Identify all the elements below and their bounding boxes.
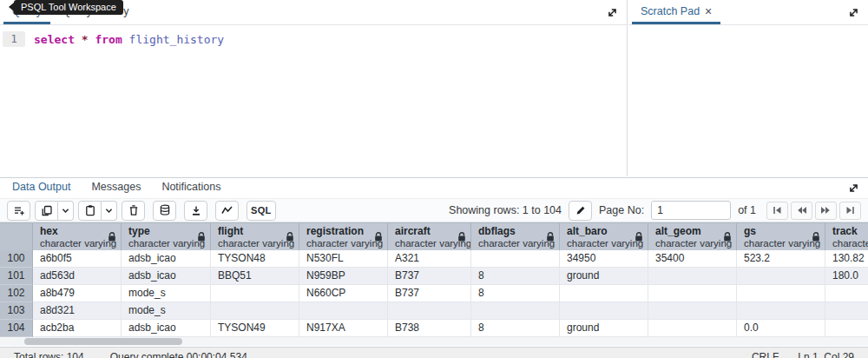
cell-flight[interactable]: TYSON49	[211, 320, 299, 337]
cell-alt_baro[interactable]: ground	[560, 320, 648, 337]
delete-row-button[interactable]	[122, 201, 145, 221]
cell-flight[interactable]	[211, 285, 299, 302]
cell-track[interactable]: 130.82	[825, 250, 868, 268]
lock-icon	[374, 232, 383, 242]
last-page-button[interactable]	[839, 202, 861, 220]
row-number[interactable]: 103	[0, 302, 33, 320]
row-number[interactable]: 101	[0, 268, 33, 285]
cell-hex[interactable]: ad563d	[33, 268, 122, 285]
cell-type[interactable]: adsb_icao	[122, 268, 211, 285]
table-row: 100a6b0f5adsb_icaoTYSON48N530FLA32134950…	[0, 250, 868, 268]
cell-alt_baro[interactable]: 34950	[560, 250, 648, 268]
cell-type[interactable]: mode_s	[122, 302, 211, 320]
expand-query-panel-button[interactable]	[605, 5, 620, 20]
cell-aircraft[interactable]: B738	[388, 320, 471, 337]
column-header-registration[interactable]: registrationcharacter varying	[299, 223, 388, 250]
column-header-gs[interactable]: gscharacter varying	[737, 223, 825, 250]
cell-flight[interactable]	[211, 302, 299, 320]
close-icon[interactable]: ×	[705, 6, 712, 17]
cell-track[interactable]: 180.0	[825, 268, 868, 285]
tab-notifications[interactable]: Notifications	[153, 178, 229, 198]
cell-registration[interactable]: N917XA	[299, 320, 388, 337]
column-header-aircraft[interactable]: aircraftcharacter varying	[388, 223, 471, 250]
cell-type[interactable]: mode_s	[122, 285, 211, 302]
cell-hex[interactable]: a6b0f5	[33, 250, 122, 268]
previous-page-button[interactable]	[791, 202, 812, 220]
column-header-hex[interactable]: hexcharacter varying	[33, 223, 122, 250]
copy-button[interactable]	[35, 201, 58, 221]
cell-dbflags[interactable]	[471, 250, 560, 268]
column-header-alt_geom[interactable]: alt_geomcharacter varying	[648, 223, 737, 250]
cell-aircraft[interactable]: B737	[388, 285, 471, 302]
cell-dbflags[interactable]: 8	[471, 285, 560, 302]
cell-alt_geom[interactable]	[648, 320, 737, 337]
cell-gs[interactable]	[737, 302, 825, 320]
cell-aircraft[interactable]	[388, 302, 471, 320]
expand-output-panel-button[interactable]	[846, 181, 861, 196]
paste-options-button[interactable]	[102, 201, 117, 221]
cell-registration[interactable]: N660CP	[299, 285, 388, 302]
cell-alt_geom[interactable]: 35400	[648, 250, 737, 268]
cell-dbflags[interactable]: 8	[471, 320, 560, 337]
cell-alt_baro[interactable]	[560, 302, 648, 320]
horizontal-scrollbar-thumb[interactable]	[24, 338, 182, 345]
page-no-input[interactable]	[651, 201, 731, 220]
column-header-type[interactable]: typecharacter varying	[122, 223, 211, 250]
tab-data-output[interactable]: Data Output	[3, 178, 79, 198]
trash-icon	[128, 204, 140, 216]
cell-dbflags[interactable]	[471, 302, 560, 320]
next-page-button[interactable]	[815, 202, 837, 220]
add-row-button[interactable]	[7, 201, 30, 221]
cell-flight[interactable]: TYSON48	[211, 250, 299, 268]
expand-scratch-pad-button[interactable]	[846, 5, 861, 20]
cell-track[interactable]	[825, 302, 868, 320]
cell-registration[interactable]	[299, 302, 388, 320]
select-all-corner[interactable]	[0, 223, 33, 250]
cell-registration[interactable]: N959BP	[299, 268, 388, 285]
cell-type[interactable]: adsb_icao	[122, 320, 211, 337]
cell-type[interactable]: adsb_icao	[122, 250, 211, 268]
first-page-button[interactable]	[766, 202, 788, 220]
row-number[interactable]: 102	[0, 285, 33, 302]
table-row: 104acb2baadsb_icaoTYSON49N917XAB7388grou…	[0, 320, 868, 337]
cell-registration[interactable]: N530FL	[299, 250, 388, 268]
cell-aircraft[interactable]: A321	[388, 250, 471, 268]
lock-icon	[546, 232, 555, 242]
cell-gs[interactable]	[737, 268, 825, 285]
cell-hex[interactable]: acb2ba	[33, 320, 122, 337]
cell-gs[interactable]: 0.0	[737, 320, 825, 337]
cell-alt_baro[interactable]	[560, 285, 648, 302]
cell-gs[interactable]	[737, 285, 825, 302]
row-number[interactable]: 100	[0, 250, 33, 268]
cell-alt_baro[interactable]: ground	[560, 268, 648, 285]
save-data-changes-button[interactable]	[153, 201, 176, 221]
column-header-flight[interactable]: flightcharacter varying	[211, 223, 299, 250]
cell-hex[interactable]: a8b479	[33, 285, 122, 302]
cell-alt_geom[interactable]	[648, 285, 737, 302]
download-button[interactable]	[184, 201, 207, 221]
cell-track[interactable]	[825, 285, 868, 302]
column-header-track[interactable]: trackcharacter varying	[825, 223, 868, 250]
graph-visualiser-button[interactable]	[215, 201, 239, 221]
show-sql-button[interactable]: SQL	[247, 201, 276, 221]
cell-gs[interactable]: 523.2	[737, 250, 825, 268]
cell-alt_geom[interactable]	[648, 302, 737, 320]
tab-scratch-pad[interactable]: Scratch Pad ×	[632, 0, 720, 24]
tab-messages[interactable]: Messages	[82, 178, 149, 198]
horizontal-scrollbar[interactable]	[0, 337, 868, 346]
line-ending-indicator[interactable]: CRLF	[752, 351, 779, 358]
cell-aircraft[interactable]: B737	[388, 268, 471, 285]
row-number[interactable]: 104	[0, 320, 33, 337]
sql-editor[interactable]: 1 select * from flight_history	[0, 25, 627, 47]
column-header-alt_baro[interactable]: alt_barocharacter varying	[560, 223, 648, 250]
cell-dbflags[interactable]: 8	[471, 268, 560, 285]
table-row: 101ad563dadsb_icaoBBQ51N959BPB7378ground…	[0, 268, 868, 285]
paste-button[interactable]	[78, 201, 102, 221]
column-header-dbflags[interactable]: dbflagscharacter varying	[471, 223, 560, 250]
copy-options-button[interactable]	[58, 201, 74, 221]
cell-flight[interactable]: BBQ51	[211, 268, 299, 285]
cell-hex[interactable]: a8d321	[33, 302, 122, 320]
edit-rows-button[interactable]	[569, 201, 592, 221]
cell-alt_geom[interactable]	[648, 268, 737, 285]
cell-track[interactable]	[825, 320, 868, 337]
